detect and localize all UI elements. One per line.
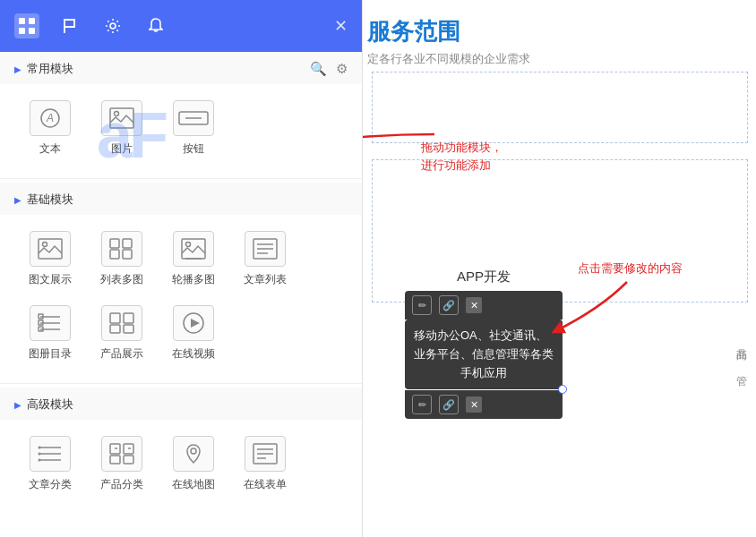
svg-rect-18 <box>123 250 132 259</box>
module-article-list[interactable]: 文章列表 <box>229 222 301 296</box>
app-card-bottom-toolbar[interactable]: ✏ 🔗 ✕ <box>405 390 563 419</box>
module-image-text[interactable]: 图文展示 <box>14 222 86 296</box>
svg-point-41 <box>39 447 41 449</box>
module-image-text-label: 图文展示 <box>29 272 72 287</box>
basic-modules-grid: 图文展示 列表多图 <box>0 215 362 383</box>
module-list-multi[interactable]: 列表多图 <box>86 222 158 296</box>
module-album-label: 图册目录 <box>29 346 72 362</box>
module-list-multi-icon <box>101 231 142 267</box>
module-form-label: 在线表单 <box>244 477 287 492</box>
svg-rect-13 <box>39 239 62 259</box>
page-subtitle: 定各行各业不同规模的企业需求 <box>367 51 756 67</box>
module-article-list-label: 文章列表 <box>244 272 287 287</box>
basic-arrow-icon: ▶ <box>14 195 21 205</box>
app-card-title: APP开发 <box>405 268 563 286</box>
app-content-line2: 业务平台、信息管理等各类 <box>414 345 554 364</box>
app-card-content[interactable]: 移动办公OA、社交通讯、 业务平台、信息管理等各类 手机应用 <box>405 320 563 389</box>
svg-rect-4 <box>19 28 25 34</box>
module-album[interactable]: 图册目录 <box>14 296 86 371</box>
drag-annotation-text: 拖动功能模块， <box>421 139 503 157</box>
page-header: 服务范围 定各行各业不同规模的企业需求 <box>367 16 756 67</box>
click-annotation: 点击需要修改的内容 <box>578 260 683 277</box>
resize-handle[interactable] <box>558 385 567 394</box>
advanced-section-label: 高级模块 <box>27 396 73 413</box>
common-section-actions: 🔍 ⚙ <box>310 61 348 77</box>
module-album-icon <box>30 305 71 341</box>
divider-1 <box>0 178 362 179</box>
settings-icon[interactable]: ⚙ <box>336 61 348 77</box>
page-title: 服务范围 <box>367 16 756 47</box>
svg-rect-2 <box>19 18 25 24</box>
toolbar-bell-icon[interactable] <box>143 13 168 38</box>
link-btn-bottom[interactable]: 🔗 <box>439 395 459 414</box>
module-map[interactable]: 在线地图 <box>158 427 229 501</box>
module-text-icon: A <box>30 100 71 136</box>
toolbar-gear-icon[interactable] <box>100 13 125 38</box>
svg-text:A: A <box>46 112 54 124</box>
module-carousel[interactable]: 轮播多图 <box>158 222 229 296</box>
svg-rect-17 <box>110 250 119 259</box>
edit-btn[interactable]: ✏ <box>412 295 432 315</box>
search-icon[interactable]: 🔍 <box>310 61 327 77</box>
svg-point-42 <box>39 453 41 456</box>
module-product[interactable]: 产品展示 <box>86 296 158 371</box>
module-carousel-icon <box>173 231 214 267</box>
module-button-icon <box>173 100 214 136</box>
basic-section-header: ▶ 基础模块 <box>0 183 362 215</box>
module-product-icon <box>101 305 142 341</box>
svg-marker-37 <box>191 319 200 328</box>
basic-section-title: ▶ 基础模块 <box>14 192 73 208</box>
common-section-label: 常用模块 <box>27 61 73 77</box>
common-section-header: ▶ 常用模块 🔍 ⚙ <box>0 52 362 84</box>
toolbar-close-btn[interactable]: ✕ <box>334 16 348 36</box>
advanced-section-header: ▶ 高级模块 <box>0 388 362 420</box>
af-text: aF <box>97 98 165 172</box>
close-btn-bottom[interactable]: ✕ <box>466 396 482 413</box>
edit-btn-bottom[interactable]: ✏ <box>412 395 432 414</box>
close-btn[interactable]: ✕ <box>466 297 482 313</box>
toolbar-icons <box>14 13 168 38</box>
click-annotation-text: 点击需要修改的内容 <box>578 260 683 277</box>
module-list-multi-label: 列表多图 <box>100 272 143 287</box>
module-form[interactable]: 在线表单 <box>229 427 301 501</box>
svg-point-43 <box>39 459 41 462</box>
module-carousel-label: 轮播多图 <box>172 272 215 287</box>
svg-point-50 <box>191 448 196 454</box>
module-article-cat-icon <box>30 436 71 472</box>
toolbar-flag-icon[interactable] <box>57 13 82 38</box>
toolbar-grid-icon[interactable] <box>14 13 39 38</box>
drag-annotation-text2: 进行功能添加 <box>421 157 503 175</box>
module-product-label: 产品展示 <box>100 346 143 362</box>
svg-point-20 <box>186 243 191 247</box>
module-map-icon <box>173 436 214 472</box>
module-button-label: 按钮 <box>183 141 204 157</box>
svg-rect-33 <box>124 313 133 323</box>
svg-rect-47 <box>124 456 133 464</box>
module-product-cat[interactable]: 产品分类 <box>86 427 158 501</box>
svg-rect-5 <box>29 28 35 34</box>
svg-rect-46 <box>110 456 120 464</box>
svg-point-6 <box>110 23 116 29</box>
svg-rect-34 <box>110 325 120 333</box>
module-article-cat-label: 文章分类 <box>29 477 72 492</box>
module-product-cat-label: 产品分类 <box>100 477 143 492</box>
module-button[interactable]: 按钮 <box>158 91 229 166</box>
basic-section-label: 基础模块 <box>27 192 73 208</box>
app-section: APP开发 ✏ 🔗 ✕ 移动办公OA、社交通讯、 业务平台、信息管理等各类 手机… <box>405 268 563 419</box>
divider-2 <box>0 383 362 384</box>
app-content-line3: 手机应用 <box>414 364 554 383</box>
common-arrow-icon: ▶ <box>14 64 21 74</box>
sidebar: ✕ aF ▶ 常用模块 🔍 ⚙ A 文本 <box>0 0 363 537</box>
module-map-label: 在线地图 <box>172 477 215 492</box>
svg-rect-19 <box>182 239 205 259</box>
module-text[interactable]: A 文本 <box>14 91 86 166</box>
module-form-icon <box>245 436 286 472</box>
module-video-label: 在线视频 <box>172 346 215 362</box>
app-card-toolbar[interactable]: ✏ 🔗 ✕ <box>405 291 563 320</box>
module-product-cat-icon <box>101 436 142 472</box>
common-section-title: ▶ 常用模块 <box>14 61 73 77</box>
link-btn[interactable]: 🔗 <box>439 295 459 315</box>
module-article-cat[interactable]: 文章分类 <box>14 427 86 501</box>
guide-area-top <box>372 72 748 143</box>
module-video[interactable]: 在线视频 <box>158 296 229 371</box>
